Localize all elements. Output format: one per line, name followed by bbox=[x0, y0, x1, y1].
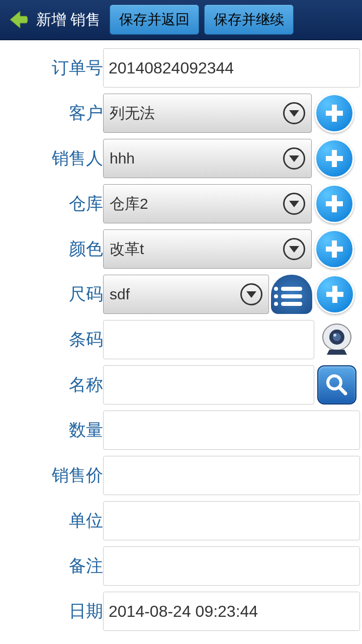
add-salesperson-button[interactable] bbox=[315, 139, 354, 178]
header-bar: 新增 销售 保存并返回 保存并继续 bbox=[0, 0, 362, 40]
plus-icon bbox=[322, 191, 347, 216]
form: 订单号 客户 列无法 销售人 hhh 仓库 仓库2 颜色 bbox=[0, 40, 362, 634]
unit-label: 单位 bbox=[0, 509, 103, 532]
search-icon bbox=[324, 372, 349, 397]
name-label: 名称 bbox=[0, 373, 103, 396]
warehouse-row: 仓库 仓库2 bbox=[0, 181, 362, 226]
unit-input[interactable] bbox=[103, 501, 360, 540]
salesperson-label: 销售人 bbox=[0, 147, 103, 170]
add-customer-button[interactable] bbox=[315, 94, 354, 133]
unit-row: 单位 bbox=[0, 498, 362, 543]
quantity-label: 数量 bbox=[0, 419, 103, 442]
chevron-down-icon bbox=[283, 193, 305, 215]
plus-icon bbox=[322, 146, 347, 171]
price-input[interactable] bbox=[103, 456, 360, 495]
color-value: 改革t bbox=[110, 239, 144, 260]
plus-icon bbox=[322, 282, 347, 307]
date-input[interactable] bbox=[103, 592, 360, 631]
page-title: 新增 销售 bbox=[36, 10, 101, 30]
svg-line-5 bbox=[339, 387, 345, 393]
order-no-row: 订单号 bbox=[0, 45, 362, 91]
barcode-row: 条码 bbox=[0, 317, 362, 362]
search-button[interactable] bbox=[317, 365, 356, 405]
chevron-down-icon bbox=[283, 238, 305, 260]
color-dropdown[interactable]: 改革t bbox=[103, 229, 312, 269]
add-color-button[interactable] bbox=[315, 229, 354, 269]
remark-label: 备注 bbox=[0, 554, 103, 578]
color-label: 颜色 bbox=[0, 237, 103, 261]
size-value: sdf bbox=[110, 286, 130, 303]
quantity-row: 数量 bbox=[0, 408, 362, 453]
warehouse-value: 仓库2 bbox=[110, 194, 148, 214]
list-button[interactable] bbox=[271, 275, 312, 314]
salesperson-dropdown[interactable]: hhh bbox=[103, 139, 312, 178]
price-label: 销售价 bbox=[0, 464, 103, 487]
customer-dropdown[interactable]: 列无法 bbox=[103, 94, 312, 133]
customer-row: 客户 列无法 bbox=[0, 91, 362, 136]
quantity-input[interactable] bbox=[103, 411, 360, 450]
chevron-down-icon bbox=[283, 102, 305, 124]
date-label: 日期 bbox=[0, 600, 103, 623]
remark-row: 备注 bbox=[0, 543, 362, 589]
save-return-button[interactable]: 保存并返回 bbox=[110, 5, 199, 35]
remark-input[interactable] bbox=[103, 546, 360, 586]
save-continue-button[interactable]: 保存并继续 bbox=[204, 5, 294, 35]
camera-button[interactable] bbox=[317, 320, 356, 359]
plus-icon bbox=[322, 236, 347, 262]
chevron-down-icon bbox=[240, 283, 262, 305]
color-row: 颜色 改革t bbox=[0, 226, 362, 272]
salesperson-row: 销售人 hhh bbox=[0, 136, 362, 181]
barcode-label: 条码 bbox=[0, 328, 103, 351]
back-button[interactable] bbox=[4, 6, 31, 33]
plus-icon bbox=[322, 101, 347, 126]
back-arrow-icon bbox=[5, 7, 30, 32]
warehouse-label: 仓库 bbox=[0, 192, 103, 215]
warehouse-dropdown[interactable]: 仓库2 bbox=[103, 184, 312, 223]
list-icon bbox=[281, 287, 302, 291]
add-warehouse-button[interactable] bbox=[315, 184, 354, 223]
webcam-icon bbox=[319, 322, 354, 357]
size-label: 尺码 bbox=[0, 283, 103, 306]
size-dropdown[interactable]: sdf bbox=[103, 275, 269, 314]
customer-value: 列无法 bbox=[110, 103, 155, 124]
order-no-input[interactable] bbox=[103, 48, 360, 88]
svg-point-3 bbox=[333, 334, 336, 337]
size-row: 尺码 sdf bbox=[0, 272, 362, 317]
salesperson-value: hhh bbox=[110, 150, 135, 167]
barcode-input[interactable] bbox=[103, 320, 314, 359]
add-size-button[interactable] bbox=[315, 275, 354, 314]
name-row: 名称 bbox=[0, 362, 362, 408]
date-row: 日期 bbox=[0, 589, 362, 634]
chevron-down-icon bbox=[283, 147, 305, 170]
name-input[interactable] bbox=[103, 365, 314, 405]
customer-label: 客户 bbox=[0, 102, 103, 125]
order-no-label: 订单号 bbox=[0, 56, 103, 79]
price-row: 销售价 bbox=[0, 453, 362, 498]
